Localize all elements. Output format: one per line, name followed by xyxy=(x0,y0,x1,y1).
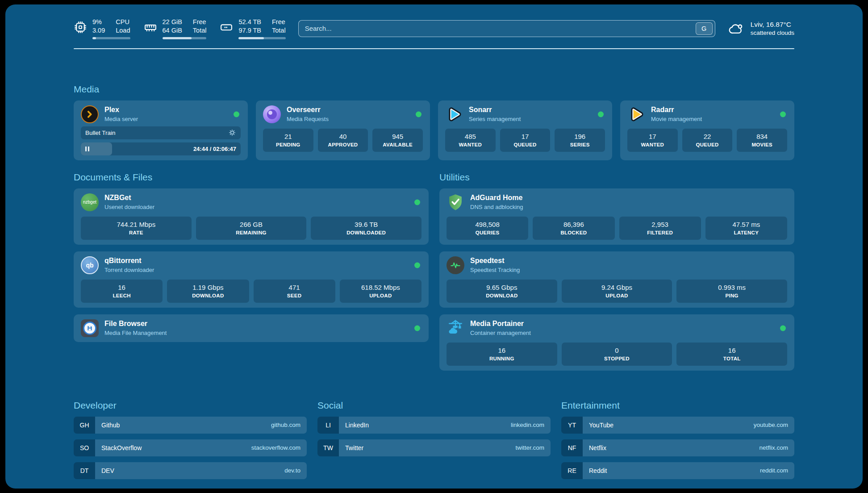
app-desc: Usenet downloader xyxy=(104,204,154,210)
app-link-nzbget[interactable]: nzbget NZBGet Usenet downloader xyxy=(81,193,421,211)
bookmark-name: DEV xyxy=(101,467,114,474)
bookmark-url: github.com xyxy=(271,422,300,428)
radarr-icon xyxy=(627,105,645,123)
memory-free-label: Free xyxy=(193,18,207,26)
disk-progress-bar xyxy=(238,37,285,39)
bookmark-url: twitter.com xyxy=(515,444,544,451)
bookmark-url: netflix.com xyxy=(759,444,788,451)
header-divider xyxy=(74,48,794,49)
memory-free-value: 22 GiB xyxy=(163,18,182,26)
stat-download: 1.19 GbpsDOWNLOAD xyxy=(167,280,249,303)
cpu-value: 9% xyxy=(92,18,105,26)
bookmark-github[interactable]: GH Githubgithub.com xyxy=(74,417,307,434)
status-dot-online xyxy=(414,199,420,205)
section-title-developer: Developer xyxy=(74,400,307,411)
now-playing-row: Bullet Train xyxy=(81,126,241,139)
stat-running: 16RUNNING xyxy=(447,343,557,366)
search-input[interactable] xyxy=(299,25,696,32)
app-link-plex[interactable]: Plex Media server xyxy=(81,105,241,123)
header: 9% 3.09 CPU Load xyxy=(74,18,794,39)
app-card-radarr: Radarr Movie management 17WANTED 22QUEUE… xyxy=(620,100,794,160)
stat-rate: 744.21 MbpsRATE xyxy=(81,217,192,240)
app-card-qbittorrent: qb qBittorrent Torrent downloader 16LEEC… xyxy=(74,251,429,308)
status-dot-online xyxy=(416,111,421,117)
bookmark-linkedin[interactable]: LI LinkedInlinkedin.com xyxy=(317,417,551,434)
app-desc: Series management xyxy=(469,116,521,122)
gear-icon[interactable] xyxy=(228,129,236,137)
section-title-social: Social xyxy=(317,400,551,411)
bookmark-url: stackoverflow.com xyxy=(251,444,300,451)
section-title-media: Media xyxy=(74,84,794,95)
section-utilities: Utilities AdGuard Home xyxy=(439,172,794,371)
stat-remaining: 266 GBREMAINING xyxy=(196,217,307,240)
app-name: qBittorrent xyxy=(104,257,154,265)
app-link-qbittorrent[interactable]: qb qBittorrent Torrent downloader xyxy=(81,256,421,274)
app-name: File Browser xyxy=(104,320,167,328)
app-desc: Media Requests xyxy=(287,116,329,122)
memory-stat: 22 GiB 64 GiB Free Total xyxy=(144,18,207,39)
overseerr-icon xyxy=(263,105,281,123)
app-card-nzbget: nzbget NZBGet Usenet downloader 744.21 M… xyxy=(74,188,429,245)
bookmark-youtube[interactable]: YT YouTubeyoutube.com xyxy=(561,417,794,434)
pause-icon[interactable] xyxy=(85,146,89,151)
bookmark-abbr: GH xyxy=(74,417,95,434)
app-card-filebrowser: File Browser Media File Management xyxy=(74,314,429,342)
bookmark-twitter[interactable]: TW Twittertwitter.com xyxy=(317,439,551,456)
ram-icon xyxy=(144,21,157,34)
app-desc: Media server xyxy=(104,116,138,122)
bookmark-stackoverflow[interactable]: SO StackOverflowstackoverflow.com xyxy=(74,439,307,456)
app-desc: DNS and adblocking xyxy=(470,204,523,210)
app-name: Radarr xyxy=(651,106,702,114)
app-name: Speedtest xyxy=(470,257,520,265)
app-link-filebrowser[interactable]: File Browser Media File Management xyxy=(81,319,421,337)
app-desc: Movie management xyxy=(651,116,702,122)
stat-blocked: 86,396BLOCKED xyxy=(533,217,614,240)
cpu-progress-bar xyxy=(92,37,130,39)
plex-icon xyxy=(81,105,99,123)
search-engine-button[interactable]: G xyxy=(696,22,713,35)
speedtest-icon xyxy=(447,256,464,274)
app-card-portainer: Media Portainer Container management 16R… xyxy=(439,314,794,371)
app-link-sonarr[interactable]: Sonarr Series management xyxy=(445,105,605,123)
app-link-portainer[interactable]: Media Portainer Container management xyxy=(447,319,787,337)
section-title-documents: Documents & Files xyxy=(74,172,429,183)
app-card-speedtest: Speedtest Speedtest Tracking 9.65 GbpsDO… xyxy=(439,251,794,308)
disk-total-label: Total xyxy=(272,26,286,35)
app-link-radarr[interactable]: Radarr Movie management xyxy=(627,105,787,123)
bookmark-reddit[interactable]: RE Redditreddit.com xyxy=(561,462,794,479)
search-bar: G xyxy=(298,20,715,37)
stat-stopped: 0STOPPED xyxy=(562,343,672,366)
disk-stat: 52.4 TB 97.9 TB Free Total xyxy=(220,18,285,39)
app-link-speedtest[interactable]: Speedtest Speedtest Tracking xyxy=(447,256,787,274)
app-card-sonarr: Sonarr Series management 485WANTED 17QUE… xyxy=(438,100,612,160)
stat-queued: 22QUEUED xyxy=(682,129,733,152)
portainer-icon xyxy=(447,319,464,337)
status-dot-online xyxy=(234,111,239,117)
qbittorrent-icon: qb xyxy=(81,256,99,274)
bookmark-url: reddit.com xyxy=(760,467,788,474)
disk-total-value: 97.9 TB xyxy=(238,26,261,35)
app-name: Media Portainer xyxy=(470,320,531,328)
bookmark-dev[interactable]: DT DEVdev.to xyxy=(74,462,307,479)
sonarr-icon xyxy=(445,105,463,123)
weather-widget: Lviv, 16.87°C scattered clouds xyxy=(728,21,794,36)
stat-seed: 471SEED xyxy=(254,280,335,303)
bookmark-name: Github xyxy=(101,422,120,429)
app-link-adguard[interactable]: AdGuard Home DNS and adblocking xyxy=(447,193,787,211)
stat-downloaded: 39.6 TBDOWNLOADED xyxy=(311,217,421,240)
stat-upload: 9.24 GbpsUPLOAD xyxy=(562,280,672,303)
weather-condition: scattered clouds xyxy=(751,29,794,36)
bookmark-abbr: LI xyxy=(317,417,339,434)
stat-queries: 498,508QUERIES xyxy=(447,217,528,240)
stat-movies: 834MOVIES xyxy=(737,129,787,152)
cpu-load-value: 3.09 xyxy=(92,26,105,35)
bookmark-abbr: RE xyxy=(561,462,583,479)
bookmark-name: Reddit xyxy=(589,467,607,474)
status-dot-online xyxy=(414,325,420,331)
app-link-overseerr[interactable]: Overseerr Media Requests xyxy=(263,105,423,123)
bookmark-netflix[interactable]: NF Netflixnetflix.com xyxy=(561,439,794,456)
section-title-entertainment: Entertainment xyxy=(561,400,794,411)
app-name: Plex xyxy=(104,106,138,114)
bookmark-group-developer: Developer GH Githubgithub.com SO StackOv… xyxy=(74,400,307,479)
status-dot-online xyxy=(780,325,786,331)
